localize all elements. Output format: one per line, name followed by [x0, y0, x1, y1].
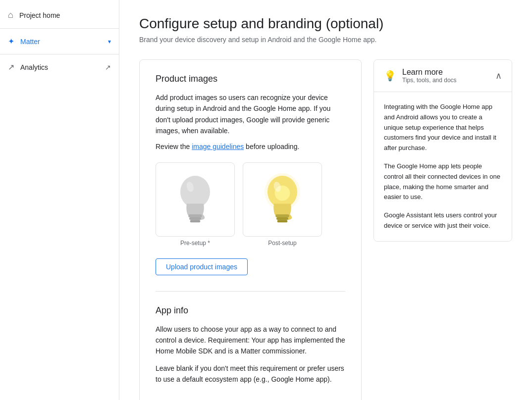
sidebar-item-project-home[interactable]: ⌂ Project home — [0, 4, 119, 26]
learn-more-para-1: Integrating with the Google Home app and… — [384, 102, 502, 153]
home-icon: ⌂ — [8, 10, 13, 20]
svg-rect-2 — [189, 217, 201, 220]
lightbulb-outline-icon: 💡 — [384, 70, 396, 82]
svg-rect-10 — [277, 220, 288, 222]
external-link-icon: ↗ — [105, 63, 111, 71]
svg-rect-1 — [188, 214, 202, 217]
sidebar-project-home-label: Project home — [19, 11, 60, 19]
learn-more-header-text: Learn more Tips, tools, and docs — [402, 68, 489, 84]
chevron-down-icon: ▾ — [108, 38, 111, 45]
guidelines-prefix: Review the — [156, 143, 192, 150]
content-layout: Product images Add product images so use… — [139, 59, 512, 400]
learn-more-body: Integrating with the Google Home app and… — [374, 92, 512, 241]
pre-setup-label: Pre-setup * — [156, 240, 235, 247]
learn-more-card: 💡 Learn more Tips, tools, and docs ∧ Int… — [373, 59, 512, 242]
svg-rect-3 — [190, 220, 201, 222]
learn-more-para-2: The Google Home app lets people control … — [384, 161, 502, 202]
app-info-description-1: Allow users to choose your app as a way … — [156, 324, 345, 357]
sidebar-analytics-label: Analytics — [20, 63, 48, 71]
app-info-description-2: Leave blank if you don't meet this requi… — [156, 363, 345, 385]
section-divider — [156, 291, 345, 292]
sidebar: ⌂ Project home ✦ Matter ▾ ↗ Analytics ↗ — [0, 0, 119, 400]
image-guidelines-link[interactable]: image guidelines — [192, 143, 244, 150]
product-images-row: Pre-setup * — [156, 162, 345, 247]
pre-setup-image-container: Pre-setup * — [156, 162, 235, 247]
main-card: Product images Add product images so use… — [139, 59, 362, 400]
upload-product-images-button[interactable]: Upload product images — [156, 258, 248, 275]
image-guidelines-text: Review the image guidelines before uploa… — [156, 143, 345, 150]
pre-setup-image-card — [156, 162, 235, 237]
learn-more-subtitle: Tips, tools, and docs — [402, 77, 489, 84]
svg-point-0 — [180, 176, 210, 208]
main-content: Configure setup and branding (optional) … — [119, 0, 532, 400]
learn-more-para-3: Google Assistant lets users control your… — [384, 210, 502, 231]
post-setup-bulb-svg — [253, 170, 312, 229]
svg-rect-9 — [276, 217, 288, 220]
analytics-icon: ↗ — [8, 62, 14, 72]
post-setup-image-container: Post-setup — [243, 162, 322, 247]
sidebar-matter-label: Matter — [20, 38, 40, 46]
page-subtitle: Brand your device discovery and setup in… — [139, 36, 512, 44]
learn-more-title: Learn more — [402, 68, 489, 77]
app-info-title: App info — [156, 305, 345, 316]
sidebar-divider-2 — [0, 54, 119, 54]
post-setup-image-card — [243, 162, 322, 237]
matter-star-icon: ✦ — [8, 37, 14, 46]
pre-setup-bulb-svg — [165, 170, 225, 229]
guidelines-suffix: before uploading. — [244, 143, 299, 150]
learn-more-collapse-icon[interactable]: ∧ — [495, 70, 502, 81]
sidebar-divider — [0, 28, 119, 29]
post-setup-label: Post-setup — [243, 240, 322, 247]
sidebar-item-matter[interactable]: ✦ Matter ▾ — [0, 31, 119, 52]
svg-rect-8 — [275, 214, 289, 217]
product-images-title: Product images — [156, 74, 345, 84]
learn-more-header: 💡 Learn more Tips, tools, and docs ∧ — [374, 60, 512, 92]
sidebar-item-analytics[interactable]: ↗ Analytics ↗ — [0, 56, 119, 78]
product-images-description: Add product images so users can recogniz… — [156, 92, 345, 137]
page-title: Configure setup and branding (optional) — [139, 16, 512, 32]
